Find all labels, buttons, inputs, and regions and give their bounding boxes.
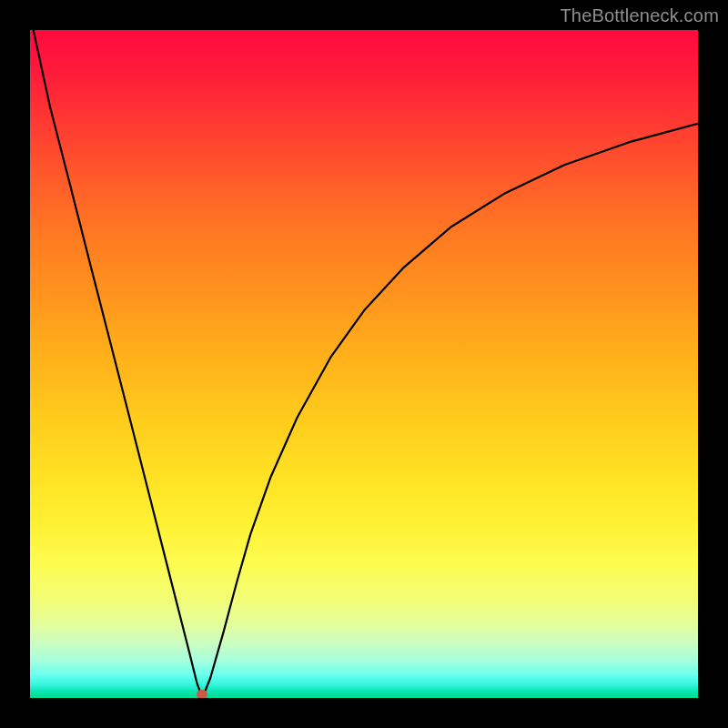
minimum-marker bbox=[197, 690, 207, 698]
plot-area bbox=[30, 30, 698, 698]
chart-frame: TheBottleneck.com bbox=[0, 0, 728, 728]
watermark-text: TheBottleneck.com bbox=[560, 5, 719, 26]
bottleneck-curve bbox=[30, 30, 698, 698]
